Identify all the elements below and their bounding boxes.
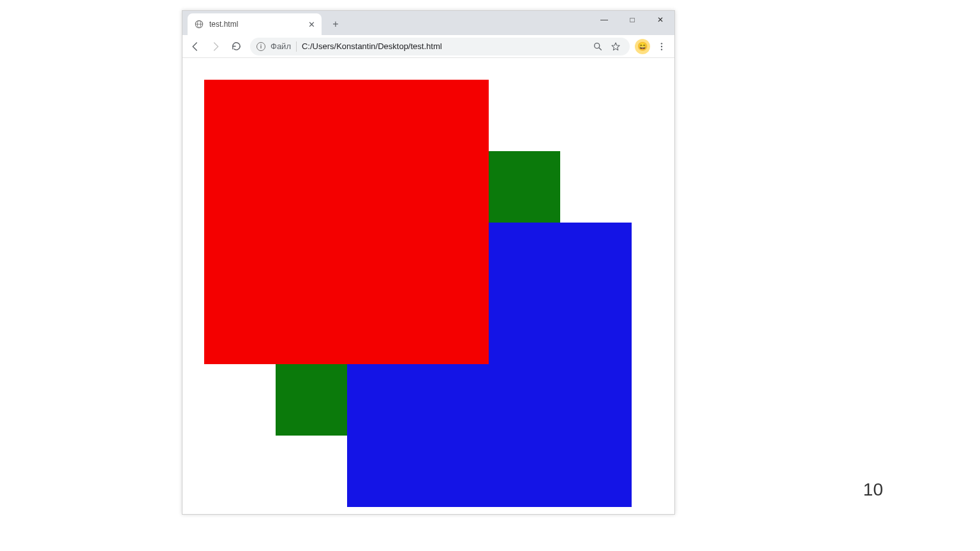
star-icon [611,41,621,52]
svg-point-3 [595,43,600,48]
tab-strip: test.html ✕ + — □ ✕ [182,11,674,35]
tab-close-button[interactable]: ✕ [306,19,316,29]
magnifier-icon [593,41,603,52]
red-square [204,80,489,364]
slide-number: 10 [863,480,883,500]
globe-icon [194,19,204,29]
window-close-button[interactable]: ✕ [646,11,674,29]
forward-button[interactable] [207,38,225,55]
arrow-right-icon [210,41,221,52]
browser-window: test.html ✕ + — □ ✕ [182,10,675,515]
minimize-icon: — [600,15,608,24]
svg-point-5 [661,43,662,44]
svg-point-6 [661,45,662,47]
zoom-button[interactable] [590,39,605,54]
window-maximize-button[interactable]: □ [618,11,646,29]
svg-line-4 [599,48,601,50]
window-controls: — □ ✕ [590,11,674,29]
url-text: C:/Users/Konstantin/Desktop/test.html [302,41,585,51]
new-tab-button[interactable]: + [327,15,345,33]
profile-avatar[interactable]: 😄 [635,39,650,54]
separator [296,41,297,52]
tab-title: test.html [209,20,306,29]
avatar-emoji-icon: 😄 [637,41,648,51]
site-info-icon[interactable]: i [256,42,265,51]
reload-button[interactable] [227,38,245,55]
back-button[interactable] [186,38,204,55]
page-viewport [182,58,674,514]
svg-point-7 [661,48,662,50]
arrow-left-icon [189,41,201,52]
browser-tab[interactable]: test.html ✕ [188,13,322,35]
window-minimize-button[interactable]: — [590,11,618,29]
address-bar[interactable]: i Файл C:/Users/Konstantin/Desktop/test.… [250,38,630,55]
maximize-icon: □ [630,15,634,24]
file-scheme-label: Файл [271,41,291,51]
browser-toolbar: i Файл C:/Users/Konstantin/Desktop/test.… [182,35,674,58]
close-icon: ✕ [657,15,664,24]
bookmark-button[interactable] [608,39,623,54]
reload-icon [231,41,242,52]
menu-button[interactable] [653,38,671,55]
kebab-icon [657,41,667,52]
